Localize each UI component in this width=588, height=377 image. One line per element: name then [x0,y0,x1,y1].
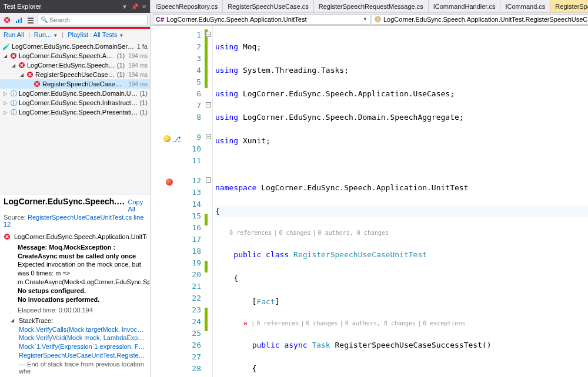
fail-icon [33,80,41,88]
pin-icon[interactable]: 📌 [131,4,138,10]
breakpoint-gutter[interactable]: ⎇ [151,26,181,377]
tree-root[interactable]: 🧪 LogCorner.EduSync.Speech.DomainService… [0,42,150,51]
expander-icon[interactable]: ▷ [4,91,9,96]
csharp-icon: C# [156,16,164,23]
fold-icon[interactable]: − [206,32,211,37]
dropdown-icon[interactable]: ▼ [122,4,128,10]
fold-icon[interactable]: − [206,177,211,183]
tab-active[interactable]: RegisterSpee [550,0,588,12]
run-all-link[interactable]: Run All [4,31,24,38]
playlist-link[interactable]: Playlist : All Tests ▼ [68,31,123,38]
info-icon: ⓘ [9,108,18,116]
tree-node-selected[interactable]: RegisterSpeechUseCaseSuccess... 194 ms [0,79,150,89]
run-link[interactable]: Run... ▼ [34,31,58,38]
close-icon[interactable]: ✕ [142,4,146,10]
code-editor[interactable]: ⎇ 12345678 91011 12131415161718192021222… [151,26,588,377]
svg-rect-3 [21,18,22,23]
stack-line[interactable]: RegisterSpeechUseCaseUnitTest.RegisterSp… [19,351,146,360]
editor-tabs: ISpeechRepository.cs RegisterSpeechUseCa… [151,0,588,13]
svg-rect-1 [16,21,17,23]
expander-icon[interactable]: ▷ [4,100,9,106]
test-full-name: LogCorner.EduSync.Speech.Application.Uni… [4,233,146,241]
expander-icon[interactable]: ◢ [4,53,9,59]
stack-end: --- End of stack trace from previous loc… [19,361,146,375]
stack-line[interactable]: Mock`1.Verify(Expression`1 expression, F… [19,342,146,351]
fold-gutter[interactable]: − − − − [205,26,213,377]
tree-node[interactable]: ◢ RegisterSpeechUseCaseUnitT... (1) 194 … [0,70,150,79]
fail-icon [4,233,11,241]
test-explorer-title: Test Explorer [4,3,122,10]
fail-icon [18,61,26,69]
test-fail-indicator-icon[interactable] [166,179,173,186]
class-icon: 🅒 [375,16,381,23]
test-explorer-toolbar: 🔍 [0,13,150,27]
expander-icon[interactable]: ▷ [4,110,9,115]
project-dropdown[interactable]: C# LogCorner.EduSync.Speech.Application.… [153,14,370,25]
copy-all-link[interactable]: Copy All [128,198,146,213]
group-icon[interactable] [26,15,35,25]
svg-rect-2 [18,19,19,23]
test-details-title: LogCorner.EduSync.Speech.Applicatio... [4,197,128,206]
tab-ispeechrepository[interactable]: ISpeechRepository.cs [151,0,223,12]
fail-filter-icon[interactable] [2,15,12,25]
code-content[interactable]: using Moq; using System.Threading.Tasks;… [213,26,588,377]
member-dropdown[interactable]: 🅒 LogCorner.EduSync.Speech.Application.U… [372,14,588,25]
svg-rect-5 [28,20,34,21]
tree-node[interactable]: ◢ LogCorner.EduSync.Speech.Appl... (1) 1… [0,60,150,70]
tab-icommand[interactable]: ICommand.cs [500,0,550,12]
stack-trace: ◢ StackTrace: Mock.VerifyCalls(Mock targ… [11,317,146,375]
editor-area: ISpeechRepository.cs RegisterSpeechUseCa… [151,0,588,377]
test-explorer-titlebar: Test Explorer ▼ 📌 ✕ [0,0,150,13]
search-icon: 🔍 [41,16,48,23]
stack-line[interactable]: Mock.VerifyVoid(Mock mock, LambdaExpress… [19,334,146,342]
test-message: Message: Moq.MockException : CreateAsync… [18,243,146,304]
info-icon: ⓘ [9,99,18,107]
test-details: LogCorner.EduSync.Speech.Applicatio... C… [0,194,150,377]
codelens-indicator-icon[interactable] [163,135,171,142]
svg-rect-6 [28,22,34,23]
elapsed-time: Elapsed time: 0:00:00.194 [18,307,146,314]
fail-icon [9,52,18,60]
tab-icommandhandler[interactable]: ICommandHandler.cs [429,0,501,12]
expander-icon[interactable]: ◢ [20,72,26,78]
test-source: Source: RegisterSpeechUseCaseUnitTest.cs… [4,214,146,228]
fail-icon [26,70,34,79]
tree-node[interactable]: ▷ ⓘ LogCorner.EduSync.Speech.Presentatio… [0,107,150,117]
tab-registerspeechusecase[interactable]: RegisterSpeechUseCase.cs [223,0,314,12]
search-input[interactable] [48,16,145,23]
test-run-bar: Run All | Run... ▼ | Playlist : All Test… [0,29,150,41]
branch-icon[interactable]: ⎇ [173,135,181,143]
analyze-icon[interactable] [14,15,24,25]
svg-rect-4 [28,18,34,19]
info-icon: ⓘ [9,89,18,97]
expander-icon[interactable]: ◢ [11,318,16,323]
editor-navbar: C# LogCorner.EduSync.Speech.Application.… [151,13,588,26]
line-numbers: 12345678 91011 1213141516171819202122232… [181,26,205,377]
stack-line[interactable]: Mock.VerifyCalls(Mock targetMock, Invoca… [19,325,146,334]
chevron-down-icon: ▼ [363,16,368,22]
test-explorer-panel: Test Explorer ▼ 📌 ✕ 🔍 Run All | Run... ▼… [0,0,151,377]
tree-node[interactable]: ◢ LogCorner.EduSync.Speech.Applica... (1… [0,51,150,60]
tab-registerspeechrequestmessage[interactable]: RegisterSpeechRequestMessage.cs [314,0,429,12]
test-search[interactable]: 🔍 [38,15,148,25]
expander-icon[interactable]: ◢ [12,63,18,68]
fold-icon[interactable]: − [206,134,211,139]
tree-node[interactable]: ▷ ⓘ LogCorner.EduSync.Speech.Infrastruct… [0,98,150,107]
flask-icon: 🧪 [2,42,11,51]
error-icon: ⊗ [243,320,247,326]
tree-node[interactable]: ▷ ⓘ LogCorner.EduSync.Speech.Domain.Unit… [0,89,150,98]
test-tree: 🧪 LogCorner.EduSync.Speech.DomainService… [0,41,150,194]
fold-icon[interactable]: − [206,102,211,107]
